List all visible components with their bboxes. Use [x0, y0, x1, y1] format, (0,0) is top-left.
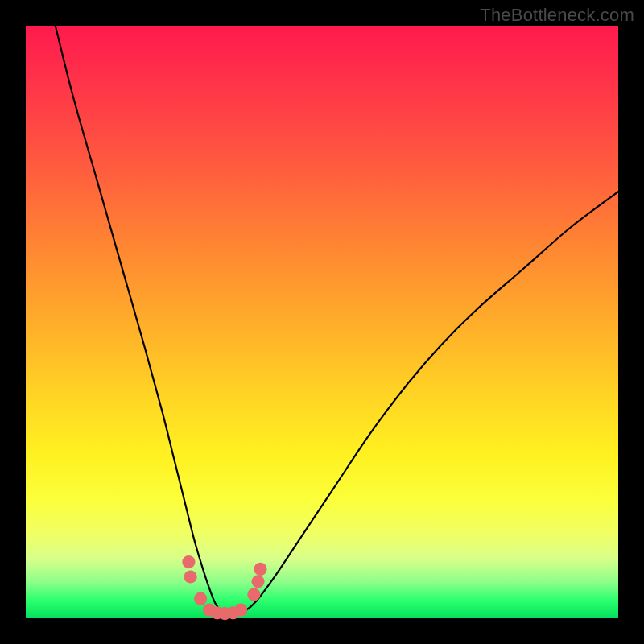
curve-layer [26, 26, 618, 618]
marker-dot [254, 563, 266, 576]
outer-frame: TheBottleneck.com [0, 0, 644, 644]
marker-dot [194, 592, 207, 605]
marker-dot [247, 588, 260, 601]
marker-dot [251, 575, 264, 588]
marker-dot [234, 604, 247, 617]
bottleneck-curve [56, 26, 618, 615]
marker-layer [182, 555, 266, 620]
marker-dot [182, 555, 195, 568]
plot-area [26, 26, 618, 618]
watermark-text: TheBottleneck.com [480, 5, 634, 26]
marker-dot [184, 570, 197, 583]
